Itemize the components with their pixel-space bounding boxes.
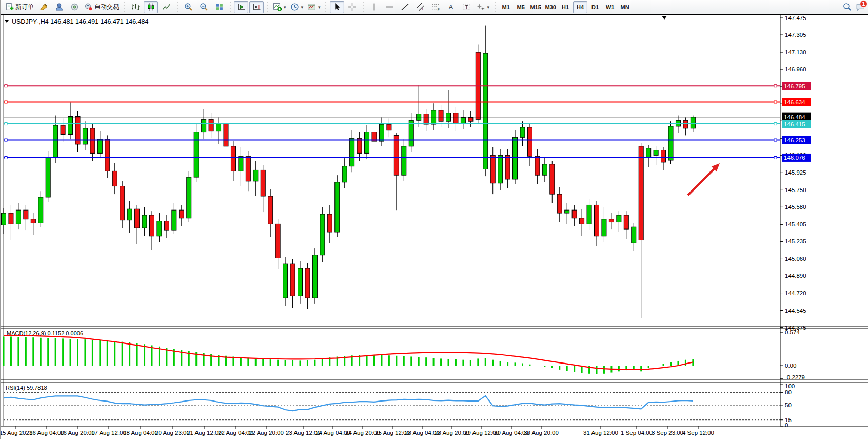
zoom-out-button[interactable] xyxy=(196,1,211,13)
candle[interactable] xyxy=(164,221,169,230)
candle[interactable] xyxy=(246,156,250,181)
candle[interactable] xyxy=(202,119,206,132)
candle[interactable] xyxy=(542,164,547,175)
autotrading-button[interactable]: 自动交易 xyxy=(83,1,121,13)
candle[interactable] xyxy=(654,150,658,156)
candle[interactable] xyxy=(394,135,399,175)
candle[interactable] xyxy=(350,138,354,166)
candle[interactable] xyxy=(142,215,147,228)
candle[interactable] xyxy=(2,213,6,225)
candle[interactable] xyxy=(239,156,243,171)
candle[interactable] xyxy=(335,182,340,232)
timeframe-M1[interactable]: M1 xyxy=(499,1,513,13)
candle[interactable] xyxy=(127,209,132,220)
line-handle[interactable] xyxy=(5,101,7,103)
candle[interactable] xyxy=(97,139,102,153)
candle[interactable] xyxy=(439,110,443,121)
search-icon[interactable] xyxy=(843,3,852,11)
candle[interactable] xyxy=(402,146,406,175)
notifications-button[interactable]: 1 xyxy=(856,3,864,11)
tile-windows-button[interactable] xyxy=(212,1,226,13)
candle[interactable] xyxy=(357,138,362,153)
candle[interactable] xyxy=(468,117,473,121)
timeframe-H4[interactable]: H4 xyxy=(573,1,587,13)
candle[interactable] xyxy=(224,123,228,146)
candle[interactable] xyxy=(453,113,458,123)
candle[interactable] xyxy=(587,205,591,224)
candle[interactable] xyxy=(312,255,317,298)
candle[interactable] xyxy=(157,221,162,236)
candle[interactable] xyxy=(505,155,510,179)
candle[interactable] xyxy=(283,264,288,298)
timeframe-MN[interactable]: MN xyxy=(618,1,632,13)
candle[interactable] xyxy=(365,132,369,154)
candle[interactable] xyxy=(520,127,525,137)
candle[interactable] xyxy=(424,114,428,124)
equidistant-channel-button[interactable]: E xyxy=(413,1,428,13)
candle[interactable] xyxy=(557,194,562,213)
line-handle[interactable] xyxy=(5,123,7,125)
candle[interactable] xyxy=(483,53,488,169)
candle[interactable] xyxy=(668,126,673,160)
candle[interactable] xyxy=(290,264,295,296)
candle[interactable] xyxy=(305,268,310,298)
templates-button[interactable]: ▾ xyxy=(306,1,322,13)
timeframe-M15[interactable]: M15 xyxy=(528,1,543,13)
line-handle[interactable] xyxy=(774,156,777,159)
candle[interactable] xyxy=(9,213,13,224)
new-order-button[interactable]: 新订单 xyxy=(4,1,35,13)
chart-area[interactable]: 147.475147.305147.130146.960146.790146.6… xyxy=(1,14,868,439)
timeframe-M5[interactable]: M5 xyxy=(514,1,528,13)
timeframe-H1[interactable]: H1 xyxy=(558,1,573,13)
line-handle[interactable] xyxy=(5,139,7,141)
candle[interactable] xyxy=(446,113,451,122)
candle[interactable] xyxy=(83,128,87,144)
bar-chart-button[interactable] xyxy=(128,1,143,13)
candle[interactable] xyxy=(417,114,421,121)
candle[interactable] xyxy=(691,117,695,128)
candle[interactable] xyxy=(231,146,235,171)
candle[interactable] xyxy=(209,119,213,131)
candle[interactable] xyxy=(31,219,35,223)
candle[interactable] xyxy=(320,214,325,255)
auto-scroll-button[interactable] xyxy=(234,1,248,13)
candle[interactable] xyxy=(172,210,176,230)
candlestick-chart-button[interactable] xyxy=(144,1,158,13)
candle[interactable] xyxy=(16,210,21,224)
candle[interactable] xyxy=(639,146,643,240)
candle[interactable] xyxy=(261,170,265,196)
candle[interactable] xyxy=(187,177,191,218)
timeframe-M30[interactable]: M30 xyxy=(543,1,558,13)
candle[interactable] xyxy=(602,219,606,236)
candle[interactable] xyxy=(38,197,43,223)
arrows-button[interactable]: ▾ xyxy=(475,1,491,13)
line-handle[interactable] xyxy=(5,85,7,87)
candle[interactable] xyxy=(379,124,384,141)
candle[interactable] xyxy=(565,210,569,213)
candle[interactable] xyxy=(387,124,391,130)
candle[interactable] xyxy=(342,166,347,182)
candle[interactable] xyxy=(179,210,184,218)
candle[interactable] xyxy=(90,128,95,154)
candle[interactable] xyxy=(572,210,577,218)
candle[interactable] xyxy=(61,125,65,134)
candle[interactable] xyxy=(298,268,303,296)
horizontal-line-button[interactable] xyxy=(383,1,397,13)
candle[interactable] xyxy=(112,171,117,186)
candle[interactable] xyxy=(105,139,110,171)
candle[interactable] xyxy=(461,117,465,123)
candle[interactable] xyxy=(216,123,221,131)
candle[interactable] xyxy=(617,215,621,222)
fibonacci-button[interactable]: F xyxy=(429,1,443,13)
candle[interactable] xyxy=(661,150,666,162)
vertical-line-button[interactable] xyxy=(367,1,382,13)
candle[interactable] xyxy=(150,215,154,236)
periods-button[interactable]: ▾ xyxy=(289,1,305,13)
candle[interactable] xyxy=(490,155,495,183)
trendline-button[interactable] xyxy=(398,1,412,13)
candle[interactable] xyxy=(327,214,332,232)
candle[interactable] xyxy=(194,132,199,177)
chart-shift-button[interactable] xyxy=(249,1,264,13)
candle[interactable] xyxy=(646,148,651,157)
candle[interactable] xyxy=(498,155,503,183)
